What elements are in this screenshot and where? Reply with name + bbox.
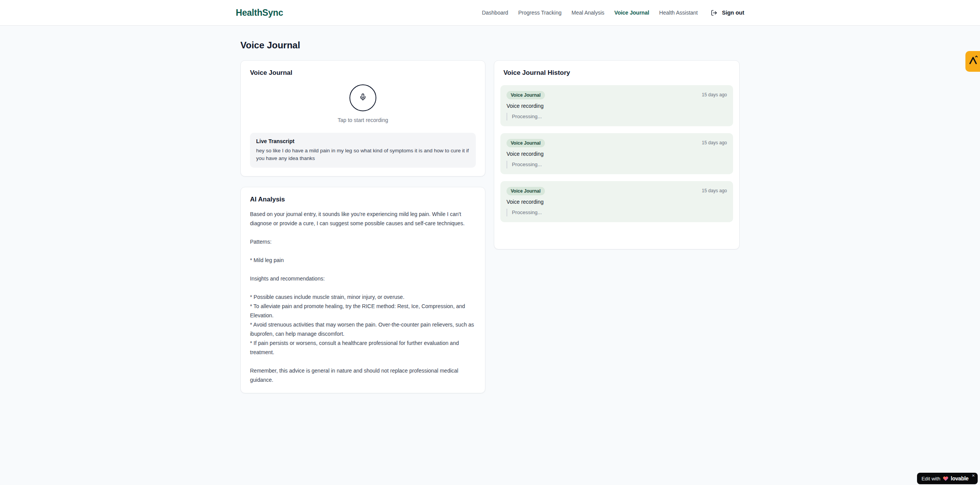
feedback-side-tab[interactable]: [965, 51, 980, 72]
lovable-badge-brand: lovable: [951, 475, 968, 482]
app-logo[interactable]: HealthSync: [236, 8, 283, 18]
entry-label: Voice recording: [507, 151, 727, 157]
sign-out-label: Sign out: [722, 10, 744, 16]
live-transcript-label: Live Transcript: [256, 138, 470, 144]
entry-type-badge: Voice Journal: [507, 139, 545, 147]
record-button[interactable]: [349, 84, 376, 111]
voice-journal-history-panel: Voice Journal History Voice Journal 15 d…: [494, 60, 740, 249]
entry-label: Voice recording: [507, 199, 727, 205]
microphone-icon: [359, 93, 367, 102]
entry-timestamp: 15 days ago: [702, 92, 727, 97]
entry-type-badge: Voice Journal: [507, 187, 545, 195]
history-panel-title: Voice Journal History: [503, 69, 730, 77]
tap-to-record-hint: Tap to start recording: [338, 117, 388, 123]
live-transcript-text: hey so like I do have a mild pain in my …: [256, 147, 470, 162]
page-title: Voice Journal: [240, 40, 740, 51]
app-header: HealthSync Dashboard Progress Tracking M…: [0, 0, 980, 26]
history-entry[interactable]: Voice Journal 15 days ago Voice recordin…: [500, 181, 733, 222]
entry-timestamp: 15 days ago: [702, 140, 727, 145]
nav-item-health-assistant[interactable]: Health Assistant: [659, 10, 698, 16]
log-out-icon: [711, 10, 717, 16]
entry-label: Voice recording: [507, 103, 727, 109]
nav-item-progress-tracking[interactable]: Progress Tracking: [518, 10, 561, 16]
history-entry[interactable]: Voice Journal 15 days ago Voice recordin…: [500, 133, 733, 174]
voice-recorder-card: Voice Journal Tap to start recording: [240, 60, 485, 177]
ai-analysis-body: Based on your journal entry, it sounds l…: [250, 210, 476, 384]
nav-item-dashboard[interactable]: Dashboard: [482, 10, 508, 16]
close-icon[interactable]: ✕: [972, 473, 975, 478]
recorder-card-title: Voice Journal: [250, 69, 476, 77]
main-nav: Dashboard Progress Tracking Meal Analysi…: [482, 10, 744, 16]
nav-item-voice-journal[interactable]: Voice Journal: [614, 10, 649, 16]
entry-timestamp: 15 days ago: [702, 188, 727, 193]
sign-out-button[interactable]: Sign out: [711, 10, 744, 16]
entry-type-badge: Voice Journal: [507, 91, 545, 99]
gradient-heart-icon: [943, 476, 949, 482]
entry-status: Processing...: [507, 209, 727, 216]
nav-item-meal-analysis[interactable]: Meal Analysis: [571, 10, 604, 16]
entry-status: Processing...: [507, 113, 727, 120]
entry-status: Processing...: [507, 161, 727, 168]
ai-analysis-card: AI Analysis Based on your journal entry,…: [240, 187, 485, 393]
history-list: Voice Journal 15 days ago Voice recordin…: [500, 85, 733, 222]
main-content: Voice Journal Voice Journal: [240, 26, 740, 393]
live-transcript-box: Live Transcript hey so like I do have a …: [250, 133, 476, 168]
history-entry[interactable]: Voice Journal 15 days ago Voice recordin…: [500, 85, 733, 126]
peak-logo-icon: [967, 55, 979, 68]
lovable-badge-prefix: Edit with: [922, 476, 940, 482]
edit-with-lovable-badge[interactable]: Edit with lovable ✕: [917, 473, 978, 484]
ai-analysis-title: AI Analysis: [250, 196, 476, 203]
